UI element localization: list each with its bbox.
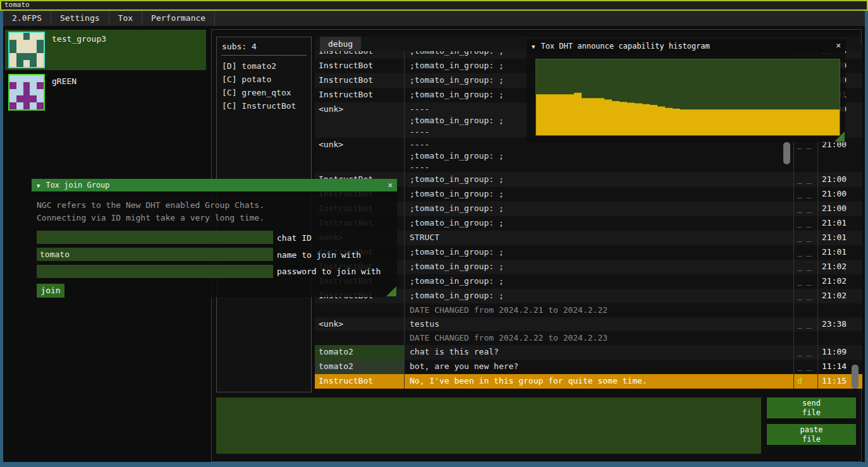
message-text: DATE CHANGED from 2024.2.22 to 2024.2.23	[405, 331, 793, 345]
message-text: ;tomato_in_group: ;	[405, 245, 793, 260]
message-text: ;tomato_in_group: ;	[405, 202, 793, 216]
delivery-status: __	[793, 231, 817, 245]
resize-grip[interactable]	[386, 286, 396, 296]
join-group-titlebar[interactable]: ▼Tox join Group ✕	[32, 179, 397, 191]
timestamp	[817, 303, 850, 317]
group-avatar	[8, 32, 45, 68]
sender-name: InstructBot	[315, 73, 405, 88]
message-text: No, I've been in this group for quite so…	[405, 374, 793, 389]
delivery-status: __	[793, 187, 817, 202]
join-desc-line2: Connecting via ID might take a very long…	[37, 213, 264, 222]
timestamp: 21:00	[817, 202, 850, 216]
delivery-status: __	[793, 317, 817, 331]
message-text: ;tomato_in_group: ;	[405, 216, 793, 231]
sender-name: <unk>	[315, 317, 405, 331]
chat-message-row[interactable]: InstructBotNo, I've been in this group f…	[315, 374, 862, 389]
sender-name	[315, 303, 405, 317]
delivery-status	[793, 303, 817, 317]
chat-message-row[interactable]: tomato2chat is this real?__11:09	[315, 345, 862, 360]
group-item-green[interactable]: gREEN	[5, 72, 206, 112]
collapse-icon[interactable]: ▼	[532, 44, 535, 50]
collapse-icon[interactable]: ▼	[37, 183, 40, 189]
close-icon[interactable]: ✕	[388, 179, 393, 191]
window-frame-left	[0, 11, 3, 462]
timestamp: 21:02	[817, 289, 850, 303]
join-group-title: Tox join Group	[46, 181, 109, 190]
menu-item-2-0fps[interactable]: 2.0FPS	[3, 11, 51, 26]
join-button[interactable]: join	[37, 284, 64, 298]
menu-item-settings[interactable]: Settings	[51, 11, 109, 26]
window-titlebar[interactable]: tomato	[0, 0, 868, 11]
message-text: ;tomato_in_group: ;	[405, 187, 793, 202]
delivery-status: d_	[793, 374, 817, 389]
chat-message-row[interactable]: tomato2bot, are you new here?__11:14	[315, 360, 862, 374]
timestamp	[817, 331, 850, 345]
timestamp: 21:00	[817, 173, 850, 187]
sender-name: InstructBot	[315, 374, 405, 389]
tab-debug[interactable]: debug	[320, 37, 361, 51]
sender-name: <unk>	[315, 138, 405, 173]
sender-name	[315, 331, 405, 345]
message-scrollbar-thumb[interactable]	[783, 142, 790, 164]
group-name: test_group3	[52, 34, 106, 44]
join-password-label: password to join with	[277, 267, 381, 276]
delivery-status: __	[793, 216, 817, 231]
join-group-body: NGC refers to the New DHT enabled Group …	[32, 191, 397, 297]
message-text: chat is this real?	[405, 345, 793, 360]
join-name-label: name to join with	[277, 250, 361, 260]
date-separator-row[interactable]: DATE CHANGED from 2024.2.21 to 2024.2.22	[315, 303, 862, 317]
message-text: ;tomato_in_group: ;	[405, 274, 793, 289]
send-file-button[interactable]: send file	[767, 397, 856, 418]
message-text: ;tomato_in_group: ;	[405, 173, 793, 187]
group-list: test_group3gREEN	[5, 30, 206, 114]
message-input[interactable]	[216, 397, 761, 454]
histogram-chart	[536, 59, 840, 135]
message-text: testus	[405, 317, 793, 331]
subs-list-item[interactable]: [C] potato	[217, 73, 311, 86]
histogram-titlebar[interactable]: ▼Tox DHT announce capability histogram ✕	[527, 39, 845, 53]
paste-file-button[interactable]: paste file	[767, 424, 856, 445]
close-icon[interactable]: ✕	[836, 39, 841, 52]
timestamp: 21:01	[817, 231, 850, 245]
delivery-status: __	[793, 202, 817, 216]
chat-scrollbar-thumb[interactable]	[852, 365, 859, 389]
timestamp: 11:15	[817, 374, 850, 389]
histogram-window: ▼Tox DHT announce capability histogram ✕	[527, 39, 845, 142]
delivery-status: __	[793, 173, 817, 187]
delivery-status: __	[793, 289, 817, 303]
separator	[221, 55, 307, 56]
group-item-test_group3[interactable]: test_group3	[5, 30, 206, 70]
histogram-body	[527, 53, 845, 142]
sender-name: tomato2	[315, 360, 405, 374]
delivery-status: __	[793, 274, 817, 289]
menu-item-tox[interactable]: Tox	[109, 11, 142, 26]
sender-name: <unk>	[315, 102, 405, 138]
resize-grip[interactable]	[834, 131, 845, 142]
delivery-status: __	[793, 360, 817, 374]
chat-id-label: chat ID	[277, 233, 312, 243]
timestamp: 23:38	[817, 317, 850, 331]
subs-list-item[interactable]: [C] green_qtox	[217, 86, 311, 99]
chat-message-row[interactable]: <unk>testus__23:38	[315, 317, 862, 331]
join-password-field[interactable]	[37, 265, 273, 278]
subs-list-item[interactable]: [C] InstructBot	[217, 99, 311, 112]
message-text: STRUCT	[405, 231, 793, 245]
delivery-status: __	[793, 138, 817, 173]
join-name-field[interactable]	[37, 248, 273, 261]
delivery-status	[793, 331, 817, 345]
histogram-plot	[535, 59, 840, 136]
histogram-bars	[536, 93, 840, 135]
chat-id-field[interactable]	[37, 231, 273, 244]
subs-list-item[interactable]: [D] tomato2	[217, 59, 311, 73]
date-separator-row[interactable]: DATE CHANGED from 2024.2.22 to 2024.2.23	[315, 331, 862, 345]
paste-file-label-2: file	[767, 435, 856, 444]
send-file-label-1: send	[767, 399, 856, 408]
window-title: tomato	[4, 1, 30, 9]
timestamp: 11:09	[817, 345, 850, 360]
group-avatar	[8, 74, 45, 111]
subs-count: subs: 4	[217, 37, 311, 54]
menu-item-performance[interactable]: Performance	[142, 11, 215, 26]
join-desc-line1: NGC refers to the New DHT enabled Group …	[37, 200, 264, 210]
chat-message-row[interactable]: <unk>----;tomato_in_group: ;----__21:00	[315, 138, 862, 173]
menu-bar: 2.0FPSSettingsToxPerformance	[3, 11, 865, 26]
